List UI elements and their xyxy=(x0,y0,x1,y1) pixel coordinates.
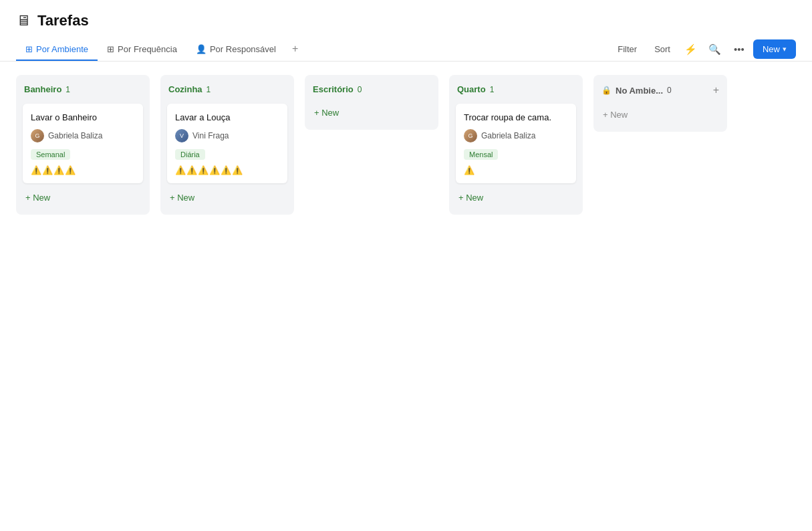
column-quarto: Quarto 1 Trocar roupa de cama. G Gabriel… xyxy=(449,75,583,215)
tab-por-ambiente-icon: ⊞ xyxy=(25,44,33,54)
toolbar: Filter Sort ⚡ 🔍 ••• New ▾ xyxy=(611,39,796,60)
more-options-button[interactable]: ••• xyxy=(729,39,749,60)
card-lavar-louca[interactable]: Lavar a Louça V Vini Fraga Diária ⚠️⚠️⚠️… xyxy=(167,104,287,183)
tab-por-frequencia-icon: ⊞ xyxy=(107,44,114,54)
search-button[interactable]: 🔍 xyxy=(705,39,725,60)
tag-mensal: Mensal xyxy=(464,149,498,160)
card-lavar-banheiro[interactable]: Lavar o Banheiro G Gabriela Baliza Seman… xyxy=(23,104,143,183)
card-lavar-louca-title: Lavar a Louça xyxy=(175,112,279,124)
card-emojis-quarto: ⚠️ xyxy=(464,165,568,177)
new-button-chevron: ▾ xyxy=(783,45,787,54)
card-lavar-banheiro-assignee: G Gabriela Baliza xyxy=(31,129,135,142)
board: Banheiro 1 Lavar o Banheiro G Gabriela B… xyxy=(0,62,812,228)
tabs-bar: ⊞ Por Ambiente ⊞ Por Frequência 👤 Por Re… xyxy=(0,37,812,62)
tab-por-frequencia[interactable]: ⊞ Por Frequência xyxy=(98,39,186,61)
tab-por-responsavel[interactable]: 👤 Por Responsável xyxy=(186,39,285,61)
add-new-no-ambiente-label: + New xyxy=(603,110,628,120)
add-new-no-ambiente[interactable]: + New xyxy=(600,106,720,124)
page-header: 🖥 Tarefas xyxy=(0,0,812,29)
column-escritorio-count: 0 xyxy=(358,85,362,94)
new-button[interactable]: New ▾ xyxy=(753,39,796,59)
column-no-ambiente-header: 🔒 No Ambie... 0 + xyxy=(600,83,720,100)
column-banheiro-title: Banheiro xyxy=(24,84,61,94)
column-banheiro-count: 1 xyxy=(65,85,70,94)
card-lavar-banheiro-title: Lavar o Banheiro xyxy=(31,112,135,124)
column-cozinha-count: 1 xyxy=(207,85,211,94)
sort-button[interactable]: Sort xyxy=(648,40,677,58)
add-no-ambiente-icon[interactable]: + xyxy=(713,84,719,96)
column-cozinha: Cozinha 1 Lavar a Louça V Vini Fraga Diá… xyxy=(160,75,294,215)
column-quarto-title: Quarto xyxy=(457,84,486,94)
add-new-escritorio-label: + New xyxy=(314,108,339,118)
column-escritorio-title: Escritório xyxy=(313,84,354,94)
add-new-quarto-label: + New xyxy=(458,193,483,203)
tab-por-ambiente-label: Por Ambiente xyxy=(36,44,88,54)
column-banheiro-header: Banheiro 1 xyxy=(23,83,143,98)
column-no-ambiente: 🔒 No Ambie... 0 + + New xyxy=(593,75,727,132)
tab-por-frequencia-label: Por Frequência xyxy=(118,44,177,54)
column-cozinha-header: Cozinha 1 xyxy=(167,83,287,98)
add-new-escritorio[interactable]: + New xyxy=(311,104,432,122)
tab-por-responsavel-icon: 👤 xyxy=(196,44,207,54)
column-cozinha-title: Cozinha xyxy=(168,84,202,94)
column-no-ambiente-title: No Ambie... xyxy=(616,86,663,96)
page-icon: 🖥 xyxy=(16,12,31,29)
avatar-vini: V xyxy=(175,129,188,142)
card-emojis-banheiro: ⚠️⚠️⚠️⚠️ xyxy=(31,165,135,177)
tab-por-ambiente[interactable]: ⊞ Por Ambiente xyxy=(16,39,98,61)
assignee-name-vini: Vini Fraga xyxy=(192,131,229,140)
card-trocar-roupa[interactable]: Trocar roupa de cama. G Gabriela Baliza … xyxy=(456,104,576,183)
assignee-name-gabriela: Gabriela Baliza xyxy=(48,131,102,140)
add-new-cozinha[interactable]: + New xyxy=(167,189,287,207)
avatar-gabriela: G xyxy=(31,129,44,142)
new-button-label: New xyxy=(763,44,780,54)
column-escritorio-header: Escritório 0 xyxy=(311,83,432,98)
add-new-quarto[interactable]: + New xyxy=(456,189,576,207)
assignee-name-gabriela-2: Gabriela Baliza xyxy=(481,131,535,140)
column-quarto-count: 1 xyxy=(490,85,495,94)
filter-button[interactable]: Filter xyxy=(611,40,644,58)
card-trocar-roupa-title: Trocar roupa de cama. xyxy=(464,112,568,124)
avatar-gabriela-2: G xyxy=(464,129,477,142)
add-new-cozinha-label: + New xyxy=(170,193,194,203)
card-trocar-roupa-assignee: G Gabriela Baliza xyxy=(464,129,568,142)
lock-icon: 🔒 xyxy=(601,86,612,95)
column-banheiro: Banheiro 1 Lavar o Banheiro G Gabriela B… xyxy=(16,75,150,215)
add-new-banheiro[interactable]: + New xyxy=(23,189,143,207)
lightning-button[interactable]: ⚡ xyxy=(681,39,701,60)
card-lavar-louca-assignee: V Vini Fraga xyxy=(175,129,279,142)
card-emojis-cozinha: ⚠️⚠️⚠️⚠️⚠️⚠️ xyxy=(175,165,279,177)
column-escritorio: Escritório 0 + New xyxy=(305,75,438,130)
page-title: Tarefas xyxy=(37,12,89,29)
add-tab-button[interactable]: + xyxy=(285,37,305,62)
tag-diaria: Diária xyxy=(175,149,205,160)
add-new-banheiro-label: + New xyxy=(25,193,50,203)
column-no-ambiente-count: 0 xyxy=(667,86,672,95)
column-quarto-header: Quarto 1 xyxy=(456,83,576,98)
tag-semanal: Semanal xyxy=(31,149,70,160)
tab-por-responsavel-label: Por Responsável xyxy=(210,44,276,54)
